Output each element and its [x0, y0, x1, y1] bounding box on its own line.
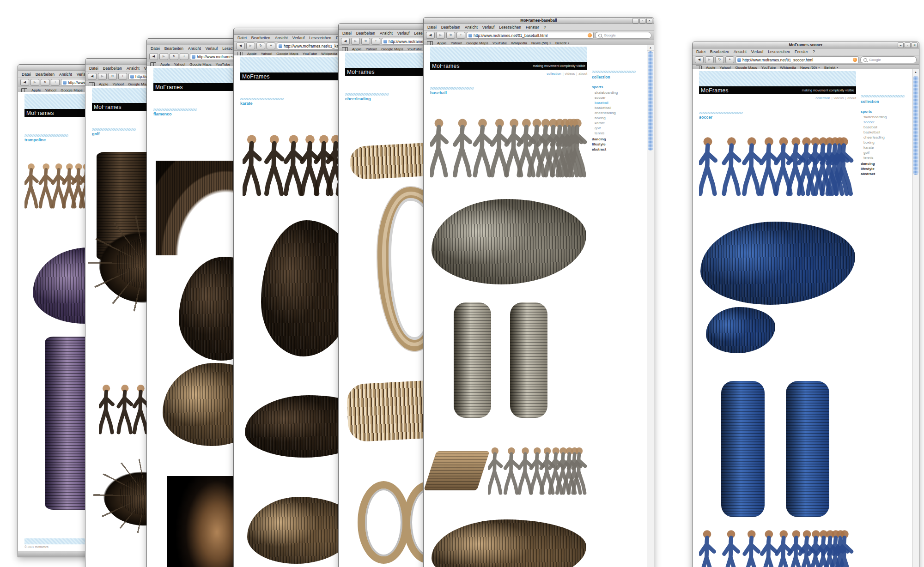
back-button[interactable]: ◀ — [426, 32, 435, 39]
back-button[interactable]: ◀ — [149, 53, 158, 60]
add-bookmark-button[interactable]: + — [51, 79, 60, 86]
menu-item-ansicht[interactable]: Ansicht — [465, 24, 478, 30]
sidebar-item-tennis[interactable]: tennis — [595, 131, 639, 136]
address-bar[interactable]: http://www.moframes.net/01_baseball.html — [467, 32, 594, 39]
menu-item-bearbeiten[interactable]: Bearbeiten — [36, 71, 55, 78]
sidebar-title-collection[interactable]: collection — [861, 99, 908, 104]
sidebar-item-boxing[interactable]: boxing — [595, 115, 639, 121]
window-titlebar[interactable]: MoFrames-soccer – ▫ × — [693, 42, 919, 48]
back-button[interactable]: ◀ — [20, 79, 29, 86]
menu-item-datei[interactable]: Datei — [151, 45, 160, 52]
scrollbar[interactable]: ▲ ▼ — [647, 45, 654, 567]
menu-item-ansicht[interactable]: Ansicht — [380, 30, 393, 36]
sidebar-item-baseball[interactable]: baseball — [863, 125, 908, 130]
menu-item-fenster[interactable]: Fenster — [526, 24, 539, 30]
sidebar-item-golf[interactable]: golf — [863, 150, 908, 155]
scrollbar-thumb[interactable] — [648, 51, 653, 151]
reload-button[interactable]: ↻ — [108, 73, 117, 80]
add-bookmark-button[interactable]: + — [725, 56, 734, 63]
maximize-button[interactable]: ▫ — [905, 42, 911, 48]
add-bookmark-button[interactable]: + — [456, 32, 465, 39]
sidebar-item-cheerleading[interactable]: cheerleading — [595, 110, 639, 115]
window-titlebar[interactable]: MoFrames-baseball – ▫ × — [424, 18, 654, 24]
menu-item-datei[interactable]: Datei — [22, 71, 31, 78]
reload-button[interactable]: ↻ — [361, 38, 370, 45]
menu-item-ansicht[interactable]: Ansicht — [59, 71, 72, 78]
search-field[interactable]: Google — [860, 56, 917, 63]
menu-item-bearbeiten[interactable]: Bearbeiten — [103, 65, 122, 72]
sidebar-title-collection[interactable]: collection — [592, 75, 639, 79]
reload-button[interactable]: ↻ — [41, 79, 49, 86]
menu-item-bearbeiten[interactable]: Bearbeiten — [441, 24, 460, 30]
reload-button[interactable]: ↻ — [715, 56, 724, 63]
menu-item-bearbeiten[interactable]: Bearbeiten — [251, 35, 270, 41]
sidebar-category-lifestyle[interactable]: lifestyle — [861, 166, 908, 171]
sidebar-section-sports[interactable]: sports — [861, 109, 908, 114]
back-button[interactable]: ◀ — [341, 38, 350, 45]
menu-item-datei[interactable]: Datei — [237, 35, 247, 41]
forward-button[interactable]: ▶ — [98, 73, 107, 80]
reload-button[interactable]: ↻ — [256, 42, 265, 49]
minimize-button[interactable]: – — [632, 18, 638, 24]
menu-item-datei[interactable]: Datei — [696, 48, 705, 55]
forward-button[interactable]: ▶ — [436, 32, 445, 39]
back-button[interactable]: ◀ — [695, 56, 704, 63]
search-field[interactable]: Google — [595, 32, 651, 39]
minimize-button[interactable]: – — [898, 42, 904, 48]
close-button[interactable]: × — [646, 18, 652, 24]
menu-item-ansicht[interactable]: Ansicht — [275, 35, 288, 41]
forward-button[interactable]: ▶ — [705, 56, 714, 63]
menu-item-lesezeichen[interactable]: Lesezeichen — [499, 24, 521, 30]
menu-item-bearbeiten[interactable]: Bearbeiten — [356, 30, 375, 36]
menu-item-verlauf[interactable]: Verlauf — [482, 24, 494, 30]
sidebar-item-soccer[interactable]: soccer — [863, 120, 908, 125]
sidebar-item-tennis[interactable]: tennis — [863, 155, 908, 160]
back-button[interactable]: ◀ — [88, 73, 97, 80]
add-bookmark-button[interactable]: + — [180, 53, 188, 60]
menu-item-verlauf[interactable]: Verlauf — [751, 48, 763, 55]
menu-item-[interactable]: ? — [544, 24, 546, 30]
menu-item-ansicht[interactable]: Ansicht — [127, 65, 140, 72]
sidebar-category-abstract[interactable]: abstract — [592, 147, 639, 152]
menu-item-bearbeiten[interactable]: Bearbeiten — [164, 45, 183, 52]
sidebar-category-abstract[interactable]: abstract — [861, 171, 908, 176]
sidebar-category-dancing[interactable]: dancing — [861, 161, 908, 166]
reload-button[interactable]: ↻ — [446, 32, 455, 39]
forward-button[interactable]: ▶ — [246, 42, 255, 49]
menu-item-verlauf[interactable]: Verlauf — [397, 30, 409, 36]
sidebar-category-lifestyle[interactable]: lifestyle — [592, 142, 639, 147]
maximize-button[interactable]: ▫ — [639, 18, 645, 24]
sidebar-item-skateboarding[interactable]: skateboarding — [595, 90, 639, 95]
sidebar-item-karate[interactable]: karate — [863, 145, 908, 150]
menu-item-ansicht[interactable]: Ansicht — [188, 45, 201, 52]
sidebar-category-dancing[interactable]: dancing — [592, 137, 639, 142]
forward-button[interactable]: ▶ — [351, 38, 360, 45]
scroll-up-arrow-icon[interactable]: ▲ — [647, 45, 654, 51]
menu-item-datei[interactable]: Datei — [89, 65, 98, 72]
rss-icon[interactable] — [853, 58, 857, 62]
back-button[interactable]: ◀ — [236, 42, 245, 49]
menu-item-lesezeichen[interactable]: Lesezeichen — [768, 48, 790, 55]
sidebar-item-basketball[interactable]: basketball — [863, 130, 908, 135]
scrollbar-thumb[interactable] — [913, 76, 918, 175]
menu-item-bearbeiten[interactable]: Bearbeiten — [710, 48, 729, 55]
menu-item-[interactable]: ? — [813, 48, 815, 55]
reload-button[interactable]: ↻ — [170, 53, 178, 60]
scrollbar[interactable]: ▲ ▼ — [912, 69, 919, 567]
sidebar-item-boxing[interactable]: boxing — [863, 140, 908, 145]
sidebar-item-soccer[interactable]: soccer — [595, 95, 639, 100]
menu-item-lesezeichen[interactable]: Lesezeichen — [309, 35, 331, 41]
menu-item-fenster[interactable]: Fenster — [795, 48, 808, 55]
sidebar-item-cheerleading[interactable]: cheerleading — [863, 135, 908, 140]
sidebar-item-golf[interactable]: golf — [595, 126, 639, 131]
close-button[interactable]: × — [912, 42, 918, 48]
sidebar-item-skateboarding[interactable]: skateboarding — [863, 115, 908, 120]
menu-item-ansicht[interactable]: Ansicht — [734, 48, 747, 55]
menu-item-verlauf[interactable]: Verlauf — [206, 45, 218, 52]
rss-icon[interactable] — [588, 33, 592, 37]
menu-item-datei[interactable]: Datei — [342, 30, 352, 36]
sidebar-item-karate[interactable]: karate — [595, 121, 639, 126]
sidebar-item-basketball[interactable]: basketball — [595, 105, 639, 110]
menu-item-datei[interactable]: Datei — [427, 24, 437, 30]
add-bookmark-button[interactable]: + — [371, 38, 380, 45]
